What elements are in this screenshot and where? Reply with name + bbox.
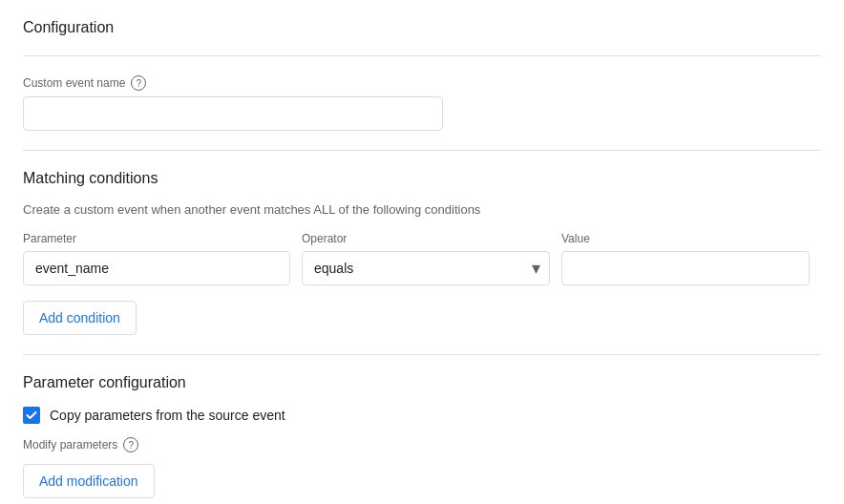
value-input[interactable] [561, 251, 810, 285]
matching-conditions-title: Matching conditions [23, 170, 821, 187]
operator-select[interactable]: equals contains starts with ends with do… [302, 251, 550, 285]
parameter-config-section: Parameter configuration Copy parameters … [23, 374, 821, 498]
parameter-config-title: Parameter configuration [23, 374, 821, 391]
custom-event-label: Custom event name [23, 76, 125, 90]
add-modification-button[interactable]: Add modification [23, 464, 155, 498]
value-col: Value [561, 232, 810, 285]
custom-event-label-row: Custom event name ? [23, 75, 821, 91]
parameter-input[interactable] [23, 251, 290, 285]
divider-2 [23, 150, 821, 151]
custom-event-name-input[interactable] [23, 96, 443, 131]
condition-description: Create a custom event when another event… [23, 202, 821, 217]
operator-select-wrapper: equals contains starts with ends with do… [302, 251, 550, 285]
modify-params-label: Modify parameters [23, 438, 117, 452]
operator-col: Operator equals contains starts with end… [302, 232, 550, 285]
matching-conditions-section: Matching conditions Create a custom even… [23, 170, 821, 335]
modify-params-help-icon[interactable]: ? [123, 437, 138, 452]
add-condition-button[interactable]: Add condition [23, 301, 137, 335]
page-title: Configuration [23, 19, 821, 36]
custom-event-section: Custom event name ? [23, 75, 821, 131]
copy-params-checkbox[interactable] [23, 407, 40, 424]
copy-params-label: Copy parameters from the source event [50, 408, 285, 423]
divider-1 [23, 55, 821, 56]
condition-row: Parameter Operator equals contains start… [23, 232, 821, 285]
parameter-col: Parameter [23, 232, 290, 285]
page-container: Configuration Custom event name ? Matchi… [0, 0, 844, 504]
modify-params-label-row: Modify parameters ? [23, 437, 821, 452]
parameter-label: Parameter [23, 232, 290, 245]
operator-label: Operator [302, 232, 550, 245]
value-label: Value [561, 232, 810, 245]
divider-3 [23, 354, 821, 355]
custom-event-help-icon[interactable]: ? [131, 75, 146, 91]
copy-params-row: Copy parameters from the source event [23, 407, 821, 424]
